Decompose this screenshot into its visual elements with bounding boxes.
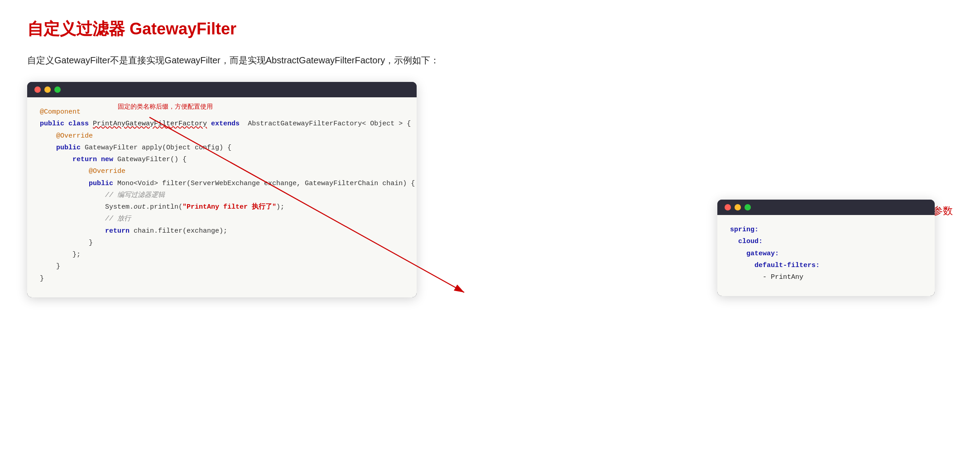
kw-return-2: return: [105, 227, 130, 235]
code-line-5: return new GatewayFilter() {: [40, 154, 404, 166]
yaml-line-2: cloud:: [730, 236, 922, 248]
code-line-15: }: [40, 273, 404, 285]
string-println: "PrintAny filter 执行了": [183, 203, 276, 211]
comment-pass: // 放行: [105, 215, 131, 223]
kw-return: return: [72, 156, 97, 163]
kw-extends: extends: [211, 120, 240, 128]
yaml-gateway: gateway:: [746, 250, 779, 258]
code-line-1: @Component: [40, 106, 404, 118]
code-line-10: // 放行: [40, 213, 404, 225]
yaml-traffic-red[interactable]: [725, 204, 731, 210]
yaml-printany: - PrintAny: [763, 273, 803, 281]
java-code-window: 固定的类名称后缀，方便配置使用 @Component public class …: [27, 82, 417, 297]
yaml-code-window: spring: cloud: gateway: default-filters:…: [717, 200, 935, 296]
parent-class: AbstractGatewayFilterFactory< Object > {: [244, 120, 411, 128]
annotation-override-1: @Override: [56, 132, 93, 140]
yaml-line-3: gateway:: [730, 248, 922, 260]
yaml-traffic-green[interactable]: [745, 204, 751, 210]
yaml-line-5: - PrintAny: [730, 272, 922, 283]
yaml-traffic-yellow[interactable]: [735, 204, 741, 210]
code-line-14: }: [40, 261, 404, 272]
code-line-3: @Override: [40, 130, 404, 142]
class-name-tooltip: 固定的类名称后缀，方便配置使用: [118, 101, 213, 112]
java-window-titlebar: [27, 82, 417, 97]
page-title: 自定义过滤器 GatewayFilter: [27, 18, 953, 40]
main-content-area: 固定的类名称后缀，方便配置使用 @Component public class …: [27, 82, 953, 297]
java-code-body: 固定的类名称后缀，方便配置使用 @Component public class …: [27, 97, 417, 297]
code-line-7: public Mono<Void> filter(ServerWebExchan…: [40, 178, 404, 190]
kw-new: new: [101, 156, 113, 163]
yaml-window-titlebar: [717, 200, 935, 215]
yaml-spring: spring:: [730, 226, 759, 234]
code-line-8: // 编写过滤器逻辑: [40, 190, 404, 201]
class-name-text: PrintAnyGatewayFilterFactory: [93, 120, 207, 128]
code-line-12: }: [40, 237, 404, 249]
yaml-code-body: spring: cloud: gateway: default-filters:…: [717, 215, 935, 296]
kw-public-3: public: [89, 180, 113, 187]
yaml-line-4: default-filters:: [730, 260, 922, 272]
kw-public: public class: [40, 120, 89, 128]
code-line-11: return chain.filter(exchange);: [40, 225, 404, 237]
code-line-9: System.out.println("PrintAny filter 执行了"…: [40, 201, 404, 213]
yaml-line-1: spring:: [730, 224, 922, 236]
code-line-2: public class PrintAnyGatewayFilterFactor…: [40, 118, 404, 130]
annotation-override-2: @Override: [89, 167, 125, 175]
page-description: 自定义GatewayFilter不是直接实现GatewayFilter，而是实现…: [27, 53, 953, 67]
code-line-13: };: [40, 249, 404, 261]
traffic-light-yellow[interactable]: [44, 86, 51, 93]
traffic-light-red[interactable]: [34, 86, 41, 93]
yaml-default-filters: default-filters:: [754, 262, 820, 269]
kw-public-2: public: [56, 144, 81, 152]
traffic-light-green[interactable]: [54, 86, 61, 93]
code-line-4: public GatewayFilter apply(Object config…: [40, 142, 404, 154]
code-line-6: @Override: [40, 166, 404, 177]
comment-logic: // 编写过滤器逻辑: [105, 191, 165, 199]
annotation-component: @Component: [40, 108, 81, 116]
yaml-cloud: cloud:: [738, 238, 763, 245]
